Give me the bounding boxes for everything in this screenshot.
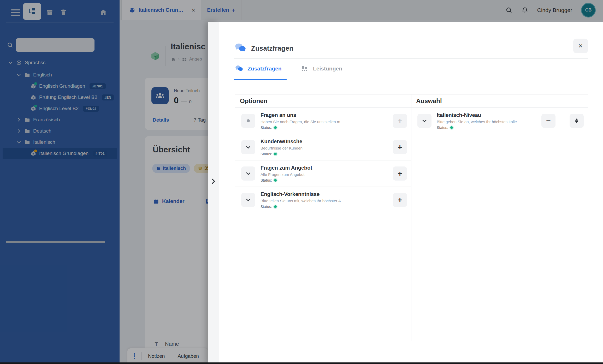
dual-list-panels: Optionen Fragen an uns Haben Sie noch Fr…: [235, 94, 588, 341]
app-screen: Sprachsc Englisch Englisch Grundlagen #E…: [0, 0, 603, 364]
minus-icon: −: [546, 117, 551, 125]
selection-header: Auswahl: [411, 94, 588, 108]
modal-header-divider: [234, 58, 588, 59]
option-text: Italienisch-Niveau Bitte geben Sie an, w…: [437, 112, 521, 130]
option-subtitle: Bitte teilen Sie uns mit, welches Ihr hö…: [261, 199, 345, 203]
drag-handle-button[interactable]: [241, 114, 255, 128]
option-status: Status:: [261, 126, 344, 130]
option-subtitle: Haben Sie noch Fragen, die Sie uns stell…: [261, 120, 344, 124]
status-dot: [274, 179, 277, 182]
option-status: Status:: [261, 152, 303, 156]
option-title: Kundenwünsche: [261, 139, 303, 145]
chat-bubbles-icon: [234, 43, 246, 53]
modal-title: Zusatzfragen: [251, 44, 293, 52]
side-drawer-strip: [208, 22, 219, 364]
tab-leistungen[interactable]: Leistungen: [300, 65, 342, 72]
chevron-down-icon: [245, 197, 251, 203]
selection-row-italienisch-niveau: Italienisch-Niveau Bitte geben Sie an, w…: [411, 108, 588, 134]
option-subtitle: Alle Fragen zum Angebot: [261, 172, 312, 177]
chevron-down-icon: [422, 118, 427, 124]
chevron-down-icon: [245, 171, 251, 176]
option-row-kundenwuensche: Kundenwünsche Bedürfnisse der Kunden Sta…: [235, 134, 411, 160]
option-text: Fragen an uns Haben Sie noch Fragen, die…: [261, 112, 344, 130]
plus-icon: +: [398, 170, 402, 177]
option-status: Status:: [437, 126, 521, 130]
option-row-englisch-vorkenntnisse: Englisch-Vorkenntnisse Bitte teilen Sie …: [235, 187, 411, 213]
add-option-button[interactable]: +: [393, 114, 407, 128]
tab-zusatzfragen[interactable]: Zusatzfragen: [235, 65, 282, 72]
expand-drawer-icon[interactable]: [210, 178, 217, 185]
chat-bubbles-icon: [235, 65, 243, 72]
option-text: Englisch-Vorkenntnisse Bitte teilen Sie …: [261, 191, 345, 209]
status-label: Status:: [261, 205, 272, 209]
remove-option-button[interactable]: −: [541, 114, 555, 128]
tabs-divider: [234, 80, 588, 80]
options-header: Optionen: [235, 94, 411, 108]
option-row-fragen-zum-angebot: Fragen zum Angebot Alle Fragen zum Angeb…: [235, 160, 411, 187]
status-dot: [274, 205, 277, 208]
expand-option-button[interactable]: [417, 114, 431, 128]
chevron-down-icon: [245, 144, 251, 150]
status-label: Status:: [261, 152, 272, 156]
drag-dot-icon: [247, 119, 250, 122]
expand-option-button[interactable]: [241, 193, 255, 207]
add-option-button[interactable]: +: [393, 166, 407, 181]
option-status: Status:: [261, 205, 345, 209]
options-column: Optionen Fragen an uns Haben Sie noch Fr…: [235, 94, 411, 341]
status-dot: [274, 126, 277, 129]
close-modal-button[interactable]: ×: [573, 39, 588, 53]
reorder-button[interactable]: [570, 114, 584, 128]
option-title: Italienisch-Niveau: [437, 112, 521, 118]
add-option-button[interactable]: +: [393, 193, 407, 207]
option-text: Fragen zum Angebot Alle Fragen zum Angeb…: [261, 165, 312, 182]
expand-option-button[interactable]: [241, 166, 255, 181]
option-subtitle: Bitte geben Sie an, welches Ihr höchstes…: [437, 120, 521, 124]
window-bottom-edge: [0, 362, 603, 364]
tab-label: Leistungen: [313, 65, 342, 72]
tab-label: Zusatzfragen: [247, 65, 282, 72]
option-status: Status:: [261, 178, 312, 182]
selection-column: Auswahl Italienisch-Niveau Bitte geben S…: [411, 94, 588, 341]
option-title: Fragen zum Angebot: [261, 165, 312, 171]
services-icon: [300, 65, 309, 72]
plus-icon: +: [398, 117, 402, 125]
status-dot: [274, 153, 277, 155]
add-option-button[interactable]: +: [393, 140, 407, 154]
status-dot: [450, 126, 453, 129]
plus-icon: +: [398, 143, 402, 151]
option-subtitle: Bedürfnisse der Kunden: [261, 146, 303, 150]
sort-arrows-icon: [575, 118, 578, 123]
status-label: Status:: [261, 126, 272, 130]
option-row-fragen-an-uns: Fragen an uns Haben Sie noch Fragen, die…: [235, 108, 411, 134]
status-label: Status:: [261, 178, 272, 182]
expand-option-button[interactable]: [241, 140, 255, 154]
zusatzfragen-modal: Zusatzfragen × Zusatzfragen Leistungen O…: [219, 22, 603, 364]
plus-icon: +: [398, 196, 402, 204]
option-title: Fragen an uns: [261, 112, 344, 118]
option-text: Kundenwünsche Bedürfnisse der Kunden Sta…: [261, 139, 303, 156]
status-label: Status:: [437, 126, 448, 130]
option-title: Englisch-Vorkenntnisse: [261, 191, 345, 197]
